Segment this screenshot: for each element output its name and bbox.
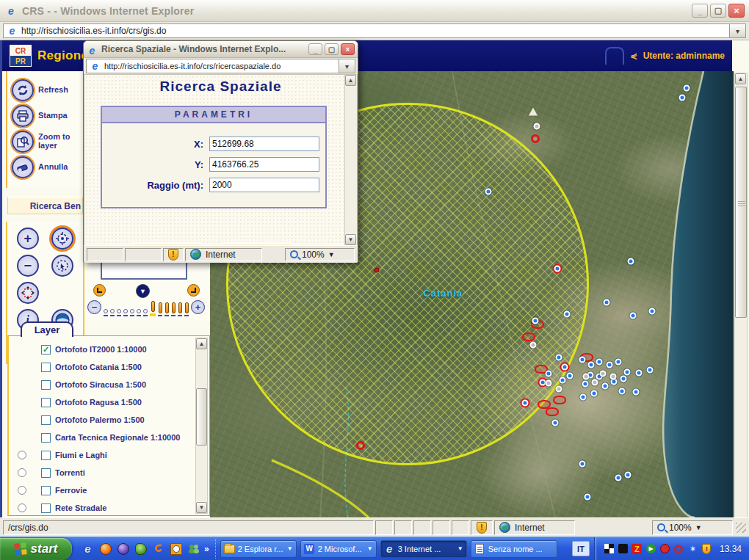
toolbar-button-refresh[interactable]: Refresh [12,79,83,101]
map-marker-blue[interactable] [582,381,588,388]
map-marker-blue[interactable] [601,383,608,390]
map-marker-redpatch[interactable] [522,332,535,341]
map-marker-blue[interactable] [590,390,597,396]
zoom-control[interactable]: 100% ▼ [652,520,733,535]
y-field-input[interactable] [209,157,319,172]
map-marker-redpatch[interactable] [546,407,559,416]
map-marker-blue[interactable] [620,375,626,382]
map-marker-blue[interactable] [635,370,642,377]
zoom-slider-minus-button[interactable]: − [87,300,101,314]
map-marker-blue[interactable] [545,371,551,377]
address-dropdown-button[interactable]: ▾ [730,23,746,38]
tray-shield-icon[interactable]: ! [701,543,712,554]
zoom-slider-step[interactable] [158,302,162,316]
map-marker-blue[interactable] [555,354,562,360]
quicklaunch-firefox-icon[interactable] [98,542,112,556]
layer-checkbox[interactable] [41,503,51,513]
zoom-slider-step[interactable] [150,301,156,316]
map-marker-gray[interactable] [610,373,617,379]
dialog-minimize-button[interactable]: _ [308,43,322,55]
toolbar-button-annulla[interactable]: Annulla [12,156,83,178]
map-marker-blue[interactable] [683,85,690,92]
tray-play-icon[interactable]: ▶ [645,543,656,554]
dialog-address-dropdown[interactable]: ▾ [339,59,355,73]
zoom-slider-step[interactable] [123,309,128,316]
chevron-down-icon[interactable]: ▼ [287,545,293,552]
tray-star-icon[interactable]: ✶ [687,543,698,554]
map-marker-blue[interactable] [596,358,603,365]
tool-pan-icon[interactable] [17,282,39,304]
map-marker-gray[interactable] [555,385,562,392]
zoom-slider-step[interactable] [178,302,182,316]
map-marker-bluered[interactable] [562,364,568,371]
map-marker-blue[interactable] [579,356,585,363]
tool-zoom-in-icon[interactable]: + [17,228,39,250]
browser-titlebar[interactable]: e CRS - - Windows Internet Explorer _ ▢ … [0,0,749,22]
map-marker-blue[interactable] [624,472,631,479]
layer-checkbox[interactable] [41,415,51,425]
toolbar-button-zoom-to-layer[interactable]: Zoom to layer [12,131,83,153]
start-button[interactable]: start [0,538,72,560]
map-marker-blue[interactable] [615,474,622,481]
taskbar-button-2-esplora-r[interactable]: 2 Esplora r...▼ [220,540,297,558]
zoom-dropdown-icon[interactable]: ▼ [328,251,335,258]
map-marker-gray[interactable] [533,123,540,129]
tray-ring-icon[interactable] [673,543,684,554]
zoom-level-slider[interactable]: −+ [87,297,208,316]
quicklaunch-swirl-icon[interactable] [151,542,165,556]
zoom-slider-step[interactable] [117,309,121,316]
page-scrollbar[interactable]: ▲ ▼ [734,73,748,547]
raggio-field-input[interactable] [209,178,319,192]
map-marker-blue[interactable] [563,310,570,317]
taskbar-button-2-microsof[interactable]: W2 Microsof...▼ [300,540,377,558]
tool-select-area-icon[interactable] [51,255,73,277]
rotate-right-button[interactable] [187,284,200,297]
map-marker-blue[interactable] [532,317,539,324]
tray-lightning-icon[interactable]: Z [632,543,643,554]
map-marker-blue[interactable] [579,461,585,468]
map-marker-blue[interactable] [627,258,634,265]
chevron-down-icon[interactable]: ▼ [457,545,463,552]
layer-checkbox[interactable]: ✓ [41,345,51,354]
map-marker-blue[interactable] [485,189,492,195]
layer-checkbox[interactable] [41,363,51,372]
map-marker-redring[interactable] [356,441,365,450]
map-marker-blue[interactable] [615,358,622,365]
tray-checker-icon[interactable] [604,543,615,554]
resize-grip[interactable] [736,523,746,533]
maximize-button[interactable]: ▢ [710,4,726,18]
scroll-up-icon[interactable]: ▲ [345,75,356,86]
map-marker-blue[interactable] [648,308,655,315]
chevron-down-icon[interactable]: ▼ [367,545,373,552]
zoom-slider-plus-button[interactable]: + [191,300,205,314]
scroll-up-icon[interactable]: ▲ [196,338,207,349]
zoom-slider-step[interactable] [143,309,148,316]
dialog-titlebar[interactable]: e Ricerca Spaziale - Windows Internet Ex… [84,41,358,58]
zoom-slider-step[interactable] [104,309,108,316]
map-marker-blue[interactable] [579,393,586,400]
layer-checkbox[interactable] [41,398,51,407]
pan-down-button[interactable]: ▼ [136,284,150,298]
rotate-left-button[interactable] [93,284,106,297]
map-marker-blue[interactable] [630,313,637,319]
taskbar-button-3-internet[interactable]: e3 Internet ...▼ [380,540,467,558]
map-marker-blue[interactable] [585,494,591,501]
scroll-down-icon[interactable]: ▼ [345,234,356,245]
tab-layer[interactable]: Layer [21,321,73,337]
quicklaunch-users-icon[interactable] [187,542,200,556]
map-marker-gray[interactable] [600,371,607,377]
map-marker-blue[interactable] [588,362,595,368]
page-scroll-thumb[interactable] [735,87,747,318]
map-marker-redpatch[interactable] [553,396,566,404]
quicklaunch-overflow-chevron[interactable]: » [204,544,209,554]
map-marker-blue[interactable] [646,366,653,373]
map-marker-blue[interactable] [559,377,565,383]
map-marker-tri[interactable] [529,107,538,115]
map-marker-blue[interactable] [551,420,558,426]
scroll-down-icon[interactable]: ▼ [196,502,207,513]
zoom-slider-step[interactable] [137,309,141,316]
map-marker-bluered[interactable] [554,265,561,272]
map-marker-gray[interactable] [546,379,552,386]
map-marker-gray[interactable] [529,341,536,348]
zoom-dropdown-icon[interactable]: ▼ [695,524,702,531]
